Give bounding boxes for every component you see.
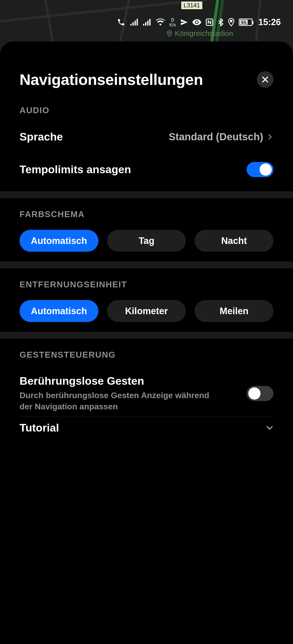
touchless-gestures-toggle[interactable] [247,386,273,401]
nfc-icon [206,18,213,26]
svg-rect-7 [147,20,148,25]
eye-icon [192,19,201,25]
bluetooth-icon [218,18,224,26]
color-scheme-option-night[interactable]: Nacht [195,230,273,252]
speed-limits-toggle[interactable] [247,162,273,177]
svg-rect-4 [136,19,138,25]
wifi-calling-icon [116,18,126,26]
language-label: Sprache [20,130,63,143]
clock: 15:26 [258,17,281,27]
close-button[interactable] [257,71,273,88]
svg-rect-3 [135,20,136,25]
speed-limits-row[interactable]: Tempolimits ansagen [20,158,273,182]
svg-rect-1 [130,24,132,26]
chevron-right-icon [267,134,273,140]
distance-unit-option-auto[interactable]: Automatisch [20,300,98,322]
speed-limits-label: Tempolimits ansagen [20,163,131,176]
section-label-audio: AUDIO [20,106,273,115]
sheet-title: Navigationseinstellungen [20,71,203,88]
color-scheme-option-day[interactable]: Tag [107,230,186,252]
language-value: Standard (Deutsch) [169,131,263,143]
cellular-signal-1-icon [130,18,139,26]
svg-rect-2 [132,22,134,26]
svg-rect-6 [145,22,146,26]
section-label-gestures: GESTENSTEUERUNG [20,350,273,360]
settings-sheet: Navigationseinstellungen AUDIO Sprache S… [0,42,293,644]
section-label-distance-unit: ENTFERNUNGSEINHEIT [20,280,273,289]
network-speed-indicator: 0 K/s [169,17,176,27]
distance-unit-option-km[interactable]: Kilometer [107,300,186,322]
route-sign: L3141 [181,1,203,10]
touchless-gestures-row[interactable]: Berührungslose Gesten Durch berührungslo… [20,370,273,417]
touchless-gestures-desc: Durch berührungslose Gesten Anzeige währ… [20,390,220,412]
distance-unit-segmented: Automatisch Kilometer Meilen [20,300,273,322]
battery-indicator: 65 [239,18,252,26]
status-bar: 0 K/s 65 15:26 [0,16,293,28]
section-label-color-scheme: FARBSCHEMA [20,209,273,219]
distance-unit-option-miles[interactable]: Meilen [195,300,273,322]
wifi-icon [156,18,165,26]
svg-point-0 [169,32,170,34]
color-scheme-option-auto[interactable]: Automatisch [20,230,98,252]
map-poi-label: Königreichstadion [166,29,233,38]
location-icon [228,18,234,26]
close-icon [261,76,269,84]
language-row[interactable]: Sprache Standard (Deutsch) [20,126,273,148]
location-send-icon [180,18,188,26]
svg-rect-5 [143,24,144,26]
tutorial-row[interactable]: Tutorial [20,417,273,439]
svg-point-10 [230,20,232,22]
tutorial-label: Tutorial [20,422,59,434]
touchless-gestures-label: Berührungslose Gesten [20,375,220,388]
svg-rect-8 [149,19,150,25]
cellular-signal-2-icon [143,18,151,26]
color-scheme-segmented: Automatisch Tag Nacht [20,230,273,252]
chevron-down-icon [266,424,273,432]
